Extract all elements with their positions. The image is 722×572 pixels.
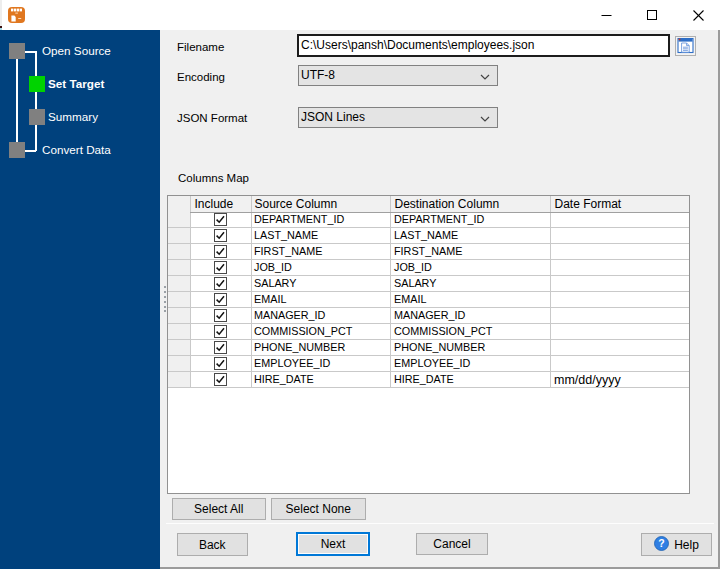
svg-text:?: ? (658, 537, 664, 549)
